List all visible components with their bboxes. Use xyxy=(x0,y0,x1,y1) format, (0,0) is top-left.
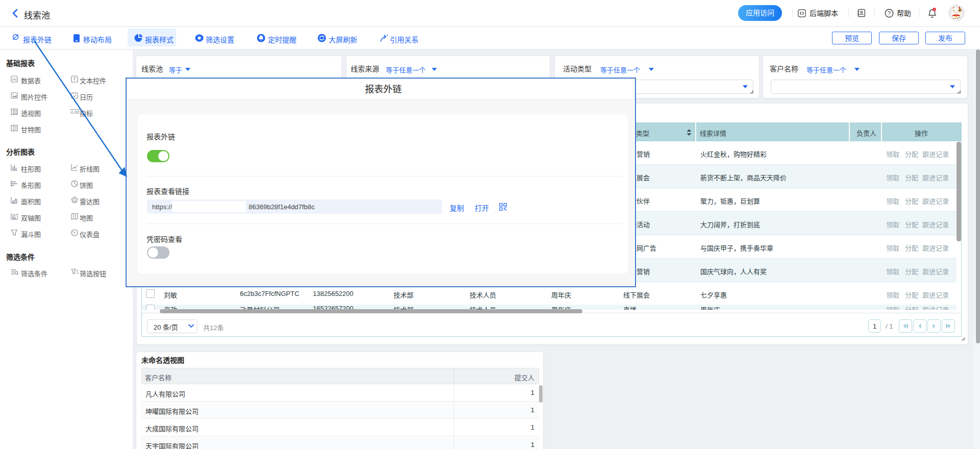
svg-text:?: ? xyxy=(888,10,891,16)
